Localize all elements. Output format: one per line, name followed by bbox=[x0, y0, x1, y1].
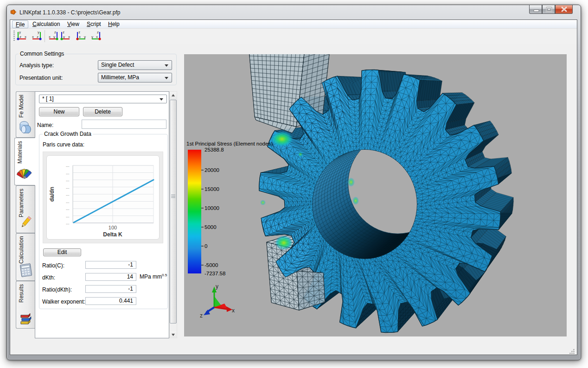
svg-text:0: 0 bbox=[205, 243, 207, 249]
svg-text:y: y bbox=[91, 35, 93, 39]
svg-text:20000: 20000 bbox=[205, 167, 219, 173]
svg-text:Delta K: Delta K bbox=[103, 231, 122, 238]
svg-text:z: z bbox=[63, 30, 64, 34]
svg-text:y: y bbox=[53, 35, 55, 39]
svg-text:z: z bbox=[200, 312, 203, 319]
svg-text:z: z bbox=[78, 30, 80, 34]
svg-text:y: y bbox=[19, 30, 21, 34]
svg-text:x: x bbox=[79, 35, 81, 39]
svg-text:da/dn: da/dn bbox=[49, 187, 55, 202]
svg-text:10000: 10000 bbox=[205, 205, 219, 211]
svg-text:5000: 5000 bbox=[205, 224, 217, 230]
svg-text:...: ... bbox=[66, 163, 70, 168]
svg-text:...: ... bbox=[66, 214, 70, 218]
svg-text:x: x bbox=[32, 35, 34, 39]
svg-text:...: ... bbox=[66, 199, 70, 204]
svg-text:-7237.58: -7237.58 bbox=[205, 271, 225, 276]
svg-text:x: x bbox=[68, 35, 70, 39]
svg-text:1st Principal Stress (Element: 1st Principal Stress (Element nodes) bbox=[186, 141, 273, 146]
svg-text:x: x bbox=[25, 35, 26, 39]
svg-text:y: y bbox=[84, 35, 86, 39]
svg-text:...: ... bbox=[66, 206, 70, 211]
svg-text:100: 100 bbox=[109, 225, 117, 230]
svg-text:y: y bbox=[38, 30, 39, 34]
svg-text:15000: 15000 bbox=[205, 186, 219, 192]
svg-text:z: z bbox=[54, 30, 56, 34]
svg-text:...: ... bbox=[66, 178, 70, 182]
svg-text:y: y bbox=[216, 283, 218, 290]
svg-text:x: x bbox=[49, 35, 51, 39]
svg-text:25388.8: 25388.8 bbox=[205, 147, 224, 152]
svg-text:z: z bbox=[19, 35, 21, 39]
svg-text:x: x bbox=[96, 35, 98, 39]
svg-text:...: ... bbox=[66, 171, 70, 175]
svg-text:z: z bbox=[97, 30, 99, 34]
svg-text:y: y bbox=[63, 35, 65, 39]
svg-text:...: ... bbox=[66, 221, 70, 225]
svg-text:...: ... bbox=[66, 192, 70, 197]
svg-text:-5000: -5000 bbox=[205, 262, 218, 268]
svg-text:z: z bbox=[37, 35, 38, 39]
svg-text:x: x bbox=[232, 307, 235, 314]
svg-text:...: ... bbox=[66, 185, 70, 190]
